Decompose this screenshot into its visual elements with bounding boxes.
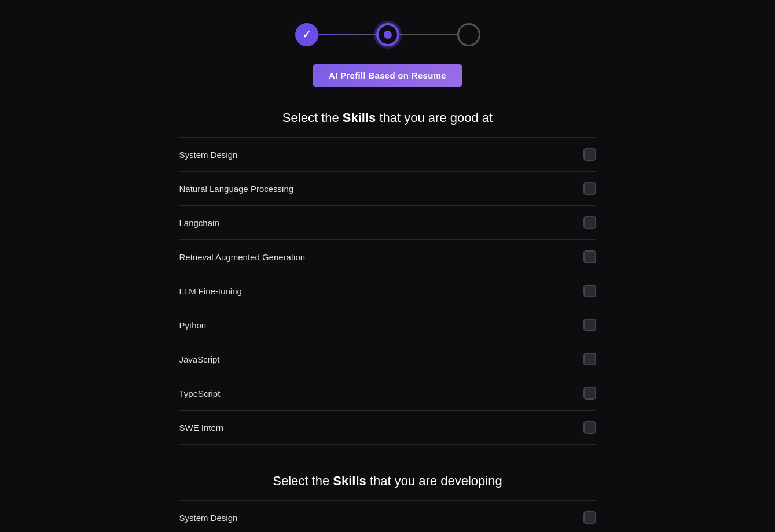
skill-checkbox-nlp-good[interactable] <box>583 182 596 195</box>
list-item: LLM Fine-tuning <box>179 274 596 308</box>
good-at-title: Select the Skills that you are good at <box>179 110 596 125</box>
list-item: Langchain <box>179 206 596 240</box>
good-at-skills-list: System Design Natural Language Processin… <box>179 137 596 445</box>
skill-name: Langchain <box>179 218 219 228</box>
step-line-2 <box>399 34 457 35</box>
skill-name: JavaScript <box>179 354 220 364</box>
step-2 <box>376 23 399 46</box>
skill-checkbox-python-good[interactable] <box>583 319 596 331</box>
skill-name: Python <box>179 320 207 330</box>
ai-prefill-button[interactable]: AI Prefill Based on Resume <box>313 64 462 87</box>
list-item: System Design <box>179 138 596 172</box>
skill-checkbox-llm-good[interactable] <box>583 285 596 297</box>
skill-name: Natural Language Processing <box>179 184 294 194</box>
step-line-1 <box>318 34 376 35</box>
skill-name: System Design <box>179 150 238 160</box>
skill-name: SWE Intern <box>179 423 224 433</box>
skill-checkbox-rag-good[interactable] <box>583 250 596 263</box>
list-item: System Design <box>179 501 596 532</box>
list-item: SWE Intern <box>179 411 596 445</box>
skill-name: LLM Fine-tuning <box>179 286 242 296</box>
skill-checkbox-langchain-good[interactable] <box>583 216 596 229</box>
skill-checkbox-javascript-good[interactable] <box>583 353 596 365</box>
step-3 <box>457 23 480 46</box>
skill-name: System Design <box>179 513 238 523</box>
list-item: TypeScript <box>179 376 596 411</box>
skill-name: TypeScript <box>179 389 221 398</box>
skill-checkbox-system-design-dev[interactable] <box>583 511 596 524</box>
developing-skills-list: System Design Natural Language Processin… <box>179 500 596 532</box>
page-wrapper: ✓ AI Prefill Based on Resume Select the … <box>168 0 608 532</box>
developing-title: Select the Skills that you are developin… <box>179 474 596 489</box>
list-item: JavaScript <box>179 342 596 376</box>
list-item: Retrieval Augmented Generation <box>179 240 596 274</box>
list-item: Python <box>179 308 596 342</box>
skill-checkbox-system-design-good[interactable] <box>583 148 596 161</box>
list-item: Natural Language Processing <box>179 172 596 206</box>
progress-container: ✓ <box>295 23 480 46</box>
skill-checkbox-typescript-good[interactable] <box>583 387 596 400</box>
skill-checkbox-swe-good[interactable] <box>583 421 596 434</box>
step-2-inner <box>384 31 392 39</box>
skill-name: Retrieval Augmented Generation <box>179 252 306 262</box>
check-icon: ✓ <box>302 28 311 41</box>
step-1: ✓ <box>295 23 318 46</box>
